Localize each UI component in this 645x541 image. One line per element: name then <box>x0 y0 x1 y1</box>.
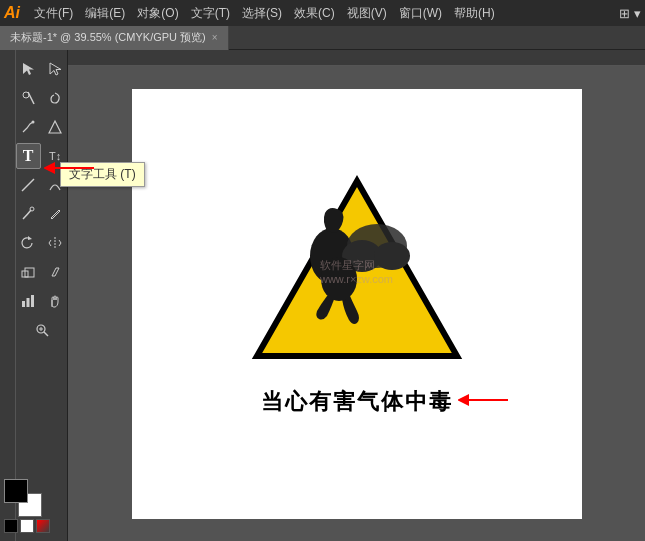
svg-line-13 <box>44 332 48 336</box>
add-anchor-tool[interactable] <box>43 114 68 140</box>
svg-rect-10 <box>27 298 30 307</box>
main-area: T T↕ <box>0 50 645 541</box>
tool-row-2 <box>16 85 68 111</box>
shear-tool[interactable] <box>43 259 68 285</box>
menu-window[interactable]: 窗口(W) <box>393 5 448 22</box>
menu-view[interactable]: 视图(V) <box>341 5 393 22</box>
paintbrush-tool[interactable] <box>16 201 41 227</box>
down-arrow-icon[interactable]: ▾ <box>634 6 641 21</box>
selection-tool[interactable] <box>16 56 41 82</box>
tool-row-6 <box>16 201 68 227</box>
pen-tool[interactable] <box>16 114 41 140</box>
line-tool[interactable] <box>16 172 41 198</box>
reflect-tool[interactable] <box>43 230 68 256</box>
direct-selection-tool[interactable] <box>43 56 68 82</box>
tool-row-3 <box>16 114 68 140</box>
default-colors-icon[interactable] <box>4 519 18 533</box>
svg-point-22 <box>374 242 410 270</box>
warning-sign-container: 软件星字网www.r×zw.com 当心有害气体中毒 <box>247 171 467 417</box>
artboard: 软件星字网www.r×zw.com 当心有害气体中毒 <box>132 89 582 519</box>
graph-tool[interactable] <box>16 288 41 314</box>
svg-rect-11 <box>31 295 34 307</box>
menu-object[interactable]: 对象(O) <box>131 5 184 22</box>
svg-line-3 <box>22 179 34 191</box>
app-logo: Ai <box>4 4 20 22</box>
svg-point-23 <box>321 257 357 301</box>
ruler-horizontal <box>68 50 645 66</box>
svg-point-4 <box>30 207 34 211</box>
tool-row-10 <box>16 317 68 343</box>
magic-wand-tool[interactable] <box>16 85 41 111</box>
color-mode-row <box>4 519 50 533</box>
menu-text[interactable]: 文字(T) <box>185 5 236 22</box>
canvas-area: 软件星字网www.r×zw.com 当心有害气体中毒 <box>68 50 645 541</box>
svg-marker-5 <box>28 236 32 240</box>
grid-icon[interactable]: ⊞ <box>619 6 630 21</box>
tool-row-1 <box>16 56 68 82</box>
tab-bar: 未标题-1* @ 39.55% (CMYK/GPU 预览) × <box>0 26 645 50</box>
warning-label: 当心有害气体中毒 <box>261 387 453 417</box>
hand-tool[interactable] <box>43 288 68 314</box>
scale-tool[interactable] <box>16 259 41 285</box>
tool-row-8 <box>16 259 68 285</box>
svg-point-1 <box>23 92 29 98</box>
pencil-tool[interactable] <box>43 201 68 227</box>
document-tab[interactable]: 未标题-1* @ 39.55% (CMYK/GPU 预览) × <box>0 26 229 50</box>
menu-file[interactable]: 文件(F) <box>28 5 79 22</box>
arrow-indicator-1 <box>44 158 99 182</box>
menu-bar: Ai 文件(F) 编辑(E) 对象(O) 文字(T) 选择(S) 效果(C) 视… <box>0 0 645 26</box>
zoom-tool[interactable] <box>28 317 56 343</box>
svg-point-2 <box>32 121 35 124</box>
svg-rect-9 <box>22 301 25 307</box>
none-color-icon[interactable] <box>36 519 50 533</box>
warning-text-container: 当心有害气体中毒 <box>261 387 453 417</box>
toolbar: T T↕ <box>0 50 68 541</box>
menu-select[interactable]: 选择(S) <box>236 5 288 22</box>
lasso-tool[interactable] <box>43 85 68 111</box>
warning-triangle: 软件星字网www.r×zw.com <box>247 171 467 371</box>
swap-colors-icon[interactable] <box>20 519 34 533</box>
svg-rect-8 <box>25 268 34 277</box>
foreground-color-box[interactable] <box>4 479 28 503</box>
tool-row-7 <box>16 230 68 256</box>
rotate-tool[interactable] <box>16 230 41 256</box>
tab-close-button[interactable]: × <box>212 32 218 43</box>
foreground-background-colors[interactable] <box>4 479 42 517</box>
ruler-vertical <box>0 50 16 541</box>
arrow-indicator-2 <box>458 390 513 414</box>
menu-right-controls: ⊞ ▾ <box>619 6 641 21</box>
type-tool[interactable]: T <box>16 143 41 169</box>
menu-edit[interactable]: 编辑(E) <box>79 5 131 22</box>
menu-help[interactable]: 帮助(H) <box>448 5 501 22</box>
menu-effect[interactable]: 效果(C) <box>288 5 341 22</box>
tool-row-9 <box>16 288 68 314</box>
color-boxes <box>4 479 50 533</box>
svg-marker-18 <box>272 199 442 349</box>
tab-label: 未标题-1* @ 39.55% (CMYK/GPU 预览) <box>10 30 206 45</box>
